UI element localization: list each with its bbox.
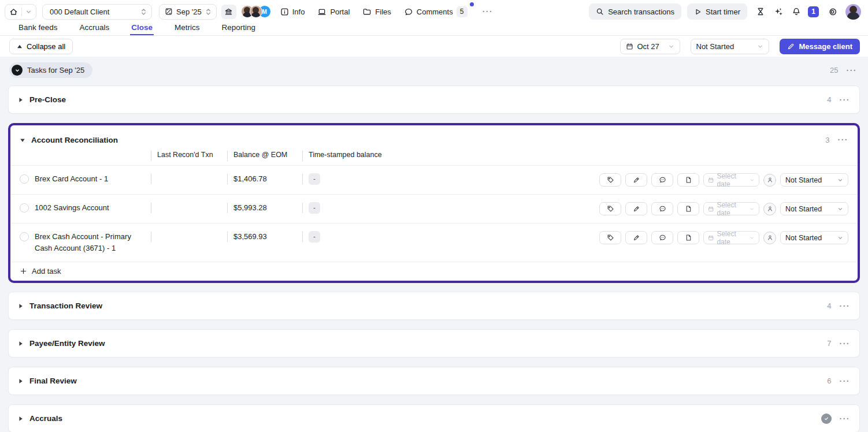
balance-eom-value: $3,569.93 [233,231,267,243]
chat-button[interactable] [651,202,673,215]
task-checkbox[interactable] [20,203,29,213]
comments-button[interactable]: Comments 5 [404,6,468,17]
bell-icon[interactable] [792,7,801,16]
client-selector[interactable]: 000 Default Client [42,4,152,20]
chevron-down-icon[interactable] [25,9,32,15]
comments-label: Comments [417,8,453,16]
section-header[interactable]: Account Reconciliation 3 ··· [10,125,858,151]
tab-accruals[interactable]: Accruals [79,23,111,35]
collaborator-avatars[interactable]: M [241,5,271,18]
section-header[interactable]: Transaction Review 4 ··· [9,292,859,319]
chat-button[interactable] [651,173,673,187]
section-title[interactable]: Final Review [29,377,77,385]
highlighter-button[interactable] [625,231,647,244]
section-title[interactable]: Accruals [29,414,62,423]
sparkles-icon[interactable] [774,7,783,16]
task-status-dropdown[interactable]: Not Started [780,202,848,215]
files-button[interactable]: Files [362,8,391,16]
more-icon[interactable]: ··· [840,302,851,310]
tag-button[interactable] [599,202,621,215]
triangle-right-icon[interactable] [18,97,24,103]
tag-button[interactable] [599,231,621,244]
section-title[interactable]: Transaction Review [29,301,102,310]
calendar-close-icon [165,8,173,16]
tasks-period-pill[interactable]: Tasks for Sep '25 [9,62,92,78]
tab-metrics[interactable]: Metrics [173,23,201,35]
header-more-button[interactable]: ··· [483,8,494,16]
divider [21,8,22,16]
bank-button[interactable] [221,5,236,19]
home-nav-group[interactable] [5,4,36,20]
updown-icon [205,8,212,16]
select-date-dropdown[interactable]: Select date [703,231,759,244]
task-name[interactable]: Brex Card Account - 1 [35,173,151,185]
section-title[interactable]: Payee/Entity Review [29,339,105,348]
info-button[interactable]: Info [280,8,305,16]
tab-close[interactable]: Close [130,23,154,35]
highlighter-button[interactable] [625,173,647,187]
search-icon [596,8,604,16]
close-task-list: Tasks for Sep '25 25 ··· Pre-Close 4 ··· [0,57,868,432]
section-title[interactable]: Pre-Close [29,95,66,104]
select-date-placeholder: Select date [717,201,747,217]
more-icon[interactable]: ··· [838,136,849,144]
document-button[interactable] [677,202,699,215]
portal-button[interactable]: Portal [317,8,350,16]
document-button[interactable] [677,231,699,244]
assignee-icon[interactable] [763,232,776,244]
triangle-down-icon[interactable] [20,137,25,143]
column-balance-eom: Balance @ EOM [233,151,287,159]
section-header[interactable]: Pre-Close 4 ··· [9,86,859,113]
section-header[interactable]: Payee/Entity Review 7 ··· [9,330,859,357]
more-icon[interactable]: ··· [840,415,851,423]
tab-reporting[interactable]: Reporting [221,23,257,35]
task-status-dropdown[interactable]: Not Started [780,231,848,244]
select-date-dropdown[interactable]: Select date [703,173,759,187]
home-icon[interactable] [9,8,18,16]
assignee-icon[interactable] [763,203,776,215]
user-avatar[interactable] [845,4,861,20]
files-label: Files [375,8,391,16]
triangle-right-icon[interactable] [18,341,24,347]
task-status-dropdown[interactable]: Not Started [780,173,848,187]
gear-icon[interactable] [828,7,837,17]
section-header[interactable]: Final Review 6 ··· [9,367,859,394]
hourglass-icon[interactable] [756,7,765,16]
more-icon[interactable]: ··· [840,340,851,348]
triangle-right-icon[interactable] [18,378,24,384]
message-client-button[interactable]: Message client [780,39,860,54]
due-date-filter[interactable]: Oct 27 [620,39,680,54]
assignee-icon[interactable] [763,174,776,187]
section-title[interactable]: Account Reconciliation [31,136,118,144]
task-name[interactable]: 1002 Savings Account [35,202,151,214]
task-status-value: Not Started [785,234,822,242]
task-checkbox[interactable] [20,232,29,241]
period-selector[interactable]: Sep '25 [159,4,217,20]
task-checkbox[interactable] [20,174,29,184]
notification-count-badge[interactable]: 1 [808,6,819,17]
section-count: 7 [827,339,831,348]
portal-label: Portal [330,8,350,16]
search-transactions-label: Search transactions [608,8,674,16]
triangle-right-icon[interactable] [18,303,24,309]
tag-button[interactable] [599,173,621,187]
collapse-circle-icon[interactable] [12,65,23,76]
document-button[interactable] [677,173,699,187]
chat-button[interactable] [651,231,673,244]
status-filter[interactable]: Not Started [691,39,769,54]
task-name[interactable]: Brex Cash Account - Primary Cash Account… [35,231,151,254]
select-date-dropdown[interactable]: Select date [703,202,759,215]
more-icon[interactable]: ··· [840,96,851,104]
section-header[interactable]: Accruals ··· [9,405,859,432]
start-timer-button[interactable]: Start timer [687,3,747,20]
collapse-all-button[interactable]: Collapse all [9,39,73,54]
highlighter-button[interactable] [625,202,647,215]
triangle-right-icon[interactable] [18,416,24,422]
close-toolbar: Collapse all Oct 27 Not Started [0,36,868,57]
tab-bank-feeds[interactable]: Bank feeds [17,23,59,35]
comment-bubble-icon [404,8,413,16]
search-transactions-button[interactable]: Search transactions [589,3,681,20]
more-icon[interactable]: ··· [840,377,851,385]
more-icon[interactable]: ··· [847,66,858,75]
add-task-button[interactable]: Add task [10,262,858,281]
